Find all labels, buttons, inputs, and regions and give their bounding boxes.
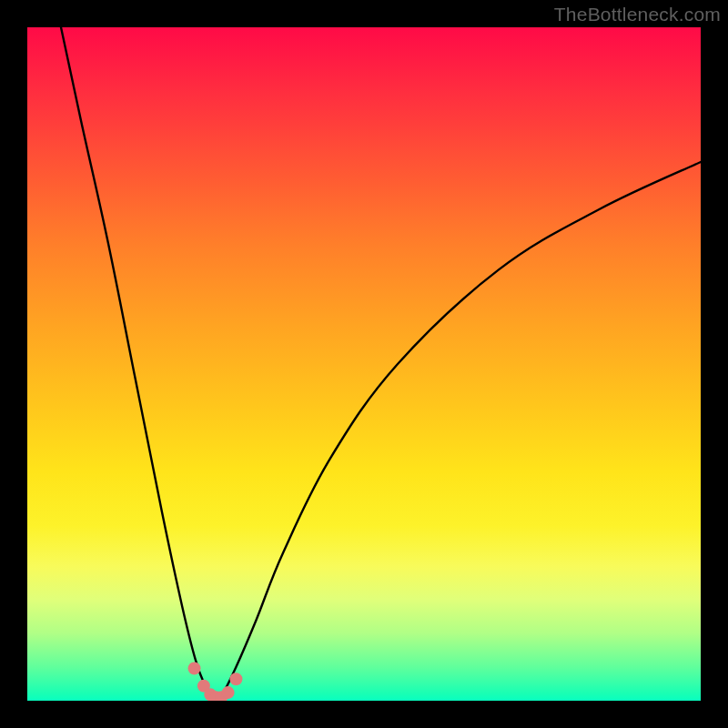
curve-left-branch <box>61 27 216 701</box>
data-point-dot <box>229 672 242 685</box>
data-points-cluster <box>188 662 243 701</box>
data-point-dot <box>188 662 201 674</box>
data-point-dot <box>222 686 235 699</box>
bottleneck-curve <box>27 27 701 701</box>
chart-stage: TheBottleneck.com <box>0 0 728 728</box>
curve-right-branch <box>216 162 701 701</box>
watermark-text: TheBottleneck.com <box>554 4 721 25</box>
plot-area <box>27 27 701 701</box>
